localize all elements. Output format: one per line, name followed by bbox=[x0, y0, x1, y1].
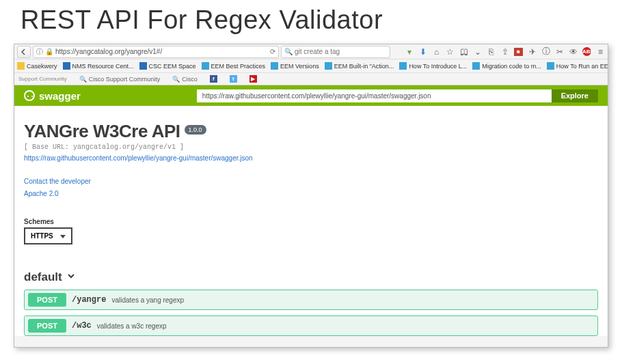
endpoint-path: /w3c bbox=[72, 321, 92, 331]
search-icon: 🔍 bbox=[284, 48, 293, 55]
download-icon[interactable]: ⬇ bbox=[418, 47, 427, 57]
lock-icon: 🔒 bbox=[45, 48, 53, 55]
bookmark-label: How To Introduce L... bbox=[409, 63, 467, 70]
bookmark-favicon bbox=[139, 62, 147, 70]
back-button[interactable] bbox=[17, 46, 31, 58]
swagger-content: YANGre W3Cre API 1.0.0 [ Base URL: yangc… bbox=[14, 106, 608, 336]
swagger-url-row: Explore bbox=[197, 89, 598, 102]
bookmark-label: EEM Best Practices bbox=[211, 63, 266, 70]
bookmark-item[interactable]: NMS Resource Cent... bbox=[63, 62, 134, 70]
http-method-badge: POST bbox=[28, 293, 66, 307]
clip-icon[interactable]: ⎘ bbox=[487, 47, 496, 57]
api-title: YANGre W3Cre API bbox=[24, 121, 180, 142]
bookmarks-bar: CasekweryNMS Resource Cent...CSC EEM Spa… bbox=[14, 59, 608, 73]
browser-toolbar: ⓘ 🔒 ⟳ 🔍 ▾ ⬇ ⌂ ☆ 🕮 ⌄ ⎘ ⇪ ■ ✈ ⓘ ✂ 👁 ABP ≡ bbox=[14, 44, 608, 59]
api-base-url: [ Base URL: yangcatalog.org/yangre/v1 ] bbox=[24, 143, 598, 151]
bookmarks-icon[interactable]: 🕮 bbox=[459, 47, 468, 57]
bookmark-label: CSC EEM Space bbox=[149, 63, 196, 70]
endpoint-description: validates a w3c regexp bbox=[97, 322, 167, 330]
swagger-ring-icon bbox=[24, 90, 35, 101]
bookmark-item[interactable]: How To Run an EEM... bbox=[547, 62, 608, 70]
facebook-icon[interactable]: f bbox=[210, 75, 217, 83]
youtube-icon[interactable]: ▶ bbox=[249, 75, 257, 83]
bookmark-item[interactable]: How To Introduce L... bbox=[399, 62, 467, 70]
operation-row[interactable]: POST/w3cvalidates a w3c regexp bbox=[24, 316, 598, 336]
site-link-2[interactable]: 🔍Cisco bbox=[172, 76, 198, 83]
slide-title: REST API For Regex Validator bbox=[0, 0, 622, 40]
browser-window: ⓘ 🔒 ⟳ 🔍 ▾ ⬇ ⌂ ☆ 🕮 ⌄ ⎘ ⇪ ■ ✈ ⓘ ✂ 👁 ABP ≡ bbox=[14, 44, 608, 348]
bookmark-favicon bbox=[271, 62, 278, 70]
schemes-label: Schemes bbox=[24, 218, 598, 225]
bookmark-label: EEM Built-in "Action... bbox=[334, 63, 394, 70]
url-input[interactable] bbox=[55, 48, 268, 55]
addon-red-icon[interactable]: ■ bbox=[514, 48, 523, 56]
chevron-down-icon bbox=[66, 270, 76, 284]
bookmark-favicon bbox=[472, 62, 480, 70]
schemes-select[interactable]: HTTPS bbox=[24, 227, 72, 244]
bookmark-favicon bbox=[17, 62, 25, 70]
bookmark-item[interactable]: EEM Built-in "Action... bbox=[325, 62, 394, 70]
bookmark-label: How To Run an EEM... bbox=[556, 63, 608, 70]
swagger-logo: swagger bbox=[24, 90, 81, 102]
contact-link[interactable]: Contact the developer bbox=[24, 178, 91, 185]
bookmarks-bar-2: Support Community 🔍Cisco Support Communi… bbox=[14, 73, 608, 85]
dropdown-icon[interactable]: ▾ bbox=[405, 47, 414, 57]
bookmark-favicon bbox=[399, 62, 407, 70]
share-icon[interactable]: ⇪ bbox=[500, 47, 509, 57]
bookmark-label: Casekwery bbox=[27, 63, 57, 70]
star-icon[interactable]: ☆ bbox=[446, 47, 455, 57]
api-version-badge: 1.0.0 bbox=[185, 125, 206, 135]
eye-icon[interactable]: 👁 bbox=[569, 47, 578, 57]
api-spec-link[interactable]: https://raw.githubusercontent.com/plewyl… bbox=[24, 154, 253, 162]
support-label: Support Community bbox=[18, 76, 67, 82]
http-method-badge: POST bbox=[28, 319, 66, 333]
bookmark-label: NMS Resource Cent... bbox=[72, 63, 134, 70]
bookmark-favicon bbox=[63, 62, 70, 70]
license-link[interactable]: Apache 2.0 bbox=[24, 190, 59, 197]
bookmark-item[interactable]: EEM Best Practices bbox=[202, 62, 266, 70]
endpoint-path: /yangre bbox=[72, 295, 106, 305]
home-icon[interactable]: ⌂ bbox=[432, 47, 441, 57]
scissors-icon[interactable]: ✂ bbox=[555, 47, 564, 57]
site-info-icon[interactable]: ⓘ bbox=[36, 47, 43, 57]
bookmark-label: EEM Versions bbox=[280, 63, 319, 70]
explore-button[interactable]: Explore bbox=[552, 89, 598, 102]
search-input[interactable] bbox=[295, 48, 387, 55]
menu-icon[interactable]: ≡ bbox=[596, 47, 605, 57]
bookmark-favicon bbox=[325, 62, 332, 70]
send-icon[interactable]: ✈ bbox=[528, 47, 537, 57]
swagger-topbar: swagger Explore bbox=[14, 85, 608, 106]
bookmark-label: Migration code to m... bbox=[482, 63, 541, 70]
bookmark-favicon bbox=[202, 62, 209, 70]
abp-icon[interactable]: ABP bbox=[582, 47, 591, 56]
swagger-url-input[interactable] bbox=[197, 89, 552, 102]
search-icon: 🔍 bbox=[79, 76, 87, 83]
bookmark-item[interactable]: CSC EEM Space bbox=[139, 62, 196, 70]
bookmark-item[interactable]: EEM Versions bbox=[271, 62, 319, 70]
endpoint-description: validates a yang regexp bbox=[111, 296, 184, 304]
search-icon: 🔍 bbox=[172, 76, 180, 83]
tag-default[interactable]: default bbox=[24, 270, 598, 284]
address-bar[interactable]: ⓘ 🔒 ⟳ bbox=[33, 46, 279, 58]
pocket-icon[interactable]: ⌄ bbox=[473, 47, 482, 57]
help-icon[interactable]: ⓘ bbox=[541, 46, 550, 57]
site-link-1[interactable]: 🔍Cisco Support Community bbox=[79, 76, 161, 83]
toolbar-icons: ▾ ⬇ ⌂ ☆ 🕮 ⌄ ⎘ ⇪ ■ ✈ ⓘ ✂ 👁 ABP ≡ bbox=[405, 46, 605, 57]
search-bar[interactable]: 🔍 bbox=[281, 46, 390, 58]
operation-row[interactable]: POST/yangrevalidates a yang regexp bbox=[24, 290, 598, 310]
bookmark-item[interactable]: Casekwery bbox=[17, 62, 57, 70]
bookmark-favicon bbox=[547, 62, 554, 70]
reload-icon[interactable]: ⟳ bbox=[270, 48, 275, 55]
bookmark-item[interactable]: Migration code to m... bbox=[472, 62, 541, 70]
twitter-icon[interactable]: t bbox=[230, 75, 237, 83]
